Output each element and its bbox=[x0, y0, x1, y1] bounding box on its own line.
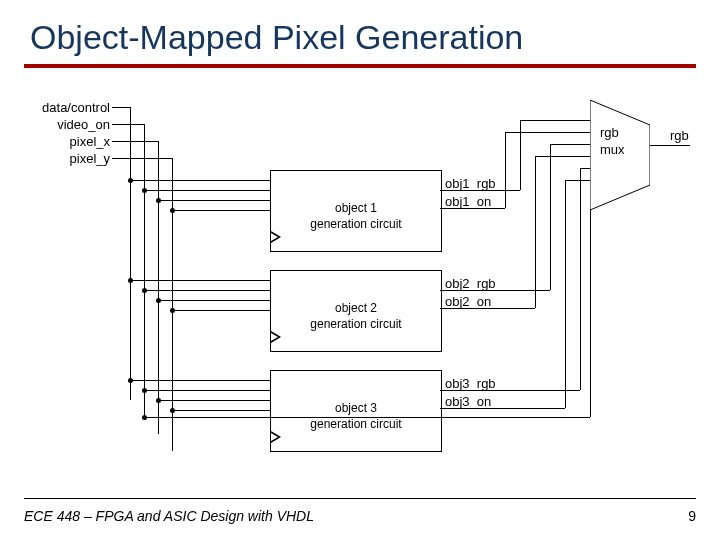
label-obj3-rgb: obj3_rgb bbox=[445, 376, 496, 391]
label-rgb-out: rgb bbox=[670, 128, 689, 143]
label-obj2-on: obj2_on bbox=[445, 294, 491, 309]
wire bbox=[144, 190, 270, 191]
wire bbox=[158, 200, 270, 201]
block-object-1: object 1 generation circuit bbox=[270, 170, 442, 252]
wire bbox=[112, 107, 130, 108]
wire bbox=[112, 158, 172, 159]
footer-page-number: 9 bbox=[688, 508, 696, 524]
junction-dot bbox=[142, 288, 147, 293]
title-rule bbox=[24, 64, 696, 68]
clock-icon bbox=[271, 231, 281, 243]
wire bbox=[158, 400, 270, 401]
junction-dot bbox=[170, 308, 175, 313]
clock-icon bbox=[271, 431, 281, 443]
label-obj3-on: obj3_on bbox=[445, 394, 491, 409]
block-diagram: data/control video_on pixel_x pixel_y ob… bbox=[20, 90, 700, 490]
wire bbox=[144, 390, 270, 391]
junction-dot bbox=[128, 178, 133, 183]
junction-dot bbox=[156, 298, 161, 303]
wire bbox=[130, 180, 270, 181]
wire bbox=[565, 180, 590, 181]
block-object-2-line2: generation circuit bbox=[271, 317, 441, 331]
wire bbox=[505, 132, 506, 208]
wire bbox=[144, 417, 590, 418]
block-object-2-line1: object 2 bbox=[271, 301, 441, 315]
wire bbox=[520, 120, 521, 190]
label-pixel-y: pixel_y bbox=[70, 151, 110, 166]
wire bbox=[590, 190, 591, 417]
clock-icon bbox=[271, 331, 281, 343]
wire bbox=[112, 124, 144, 125]
wire bbox=[440, 408, 565, 409]
wire bbox=[130, 380, 270, 381]
wire bbox=[535, 156, 590, 157]
junction-dot bbox=[156, 198, 161, 203]
wire bbox=[440, 390, 580, 391]
junction-dot bbox=[128, 278, 133, 283]
wire bbox=[172, 210, 270, 211]
bus-data-control bbox=[130, 107, 131, 400]
wire bbox=[580, 168, 581, 390]
mux-label-line2: mux bbox=[600, 142, 625, 157]
mux-label-line1: rgb bbox=[600, 125, 619, 140]
footer-rule bbox=[24, 498, 696, 499]
footer-course: ECE 448 – FPGA and ASIC Design with VHDL bbox=[24, 508, 314, 524]
label-data-control: data/control bbox=[42, 100, 110, 115]
wire bbox=[158, 300, 270, 301]
label-video-on: video_on bbox=[57, 117, 110, 132]
label-obj1-rgb: obj1_rgb bbox=[445, 176, 496, 191]
wire bbox=[550, 144, 551, 290]
block-object-3-line1: object 3 bbox=[271, 401, 441, 415]
wire bbox=[440, 290, 550, 291]
wire bbox=[112, 141, 158, 142]
label-obj1-on: obj1_on bbox=[445, 194, 491, 209]
wire bbox=[520, 120, 590, 121]
wire bbox=[172, 410, 270, 411]
wire bbox=[440, 190, 520, 191]
slide-title: Object-Mapped Pixel Generation bbox=[30, 18, 523, 57]
junction-dot bbox=[170, 208, 175, 213]
wire bbox=[565, 180, 566, 408]
wire bbox=[144, 290, 270, 291]
junction-dot bbox=[156, 398, 161, 403]
wire bbox=[650, 145, 690, 146]
wire bbox=[440, 208, 505, 209]
label-pixel-x: pixel_x bbox=[70, 134, 110, 149]
junction-dot bbox=[170, 408, 175, 413]
wire bbox=[505, 132, 590, 133]
junction-dot bbox=[128, 378, 133, 383]
wire bbox=[130, 280, 270, 281]
junction-dot bbox=[142, 415, 147, 420]
block-object-1-line1: object 1 bbox=[271, 201, 441, 215]
block-object-2: object 2 generation circuit bbox=[270, 270, 442, 352]
wire bbox=[172, 310, 270, 311]
label-obj2-rgb: obj2_rgb bbox=[445, 276, 496, 291]
junction-dot bbox=[142, 188, 147, 193]
junction-dot bbox=[142, 388, 147, 393]
wire bbox=[440, 308, 535, 309]
block-object-1-line2: generation circuit bbox=[271, 217, 441, 231]
wire bbox=[580, 168, 590, 169]
block-object-3-line2: generation circuit bbox=[271, 417, 441, 431]
block-object-3: object 3 generation circuit bbox=[270, 370, 442, 452]
wire bbox=[535, 156, 536, 308]
wire bbox=[550, 144, 590, 145]
bus-video-on bbox=[144, 124, 145, 417]
